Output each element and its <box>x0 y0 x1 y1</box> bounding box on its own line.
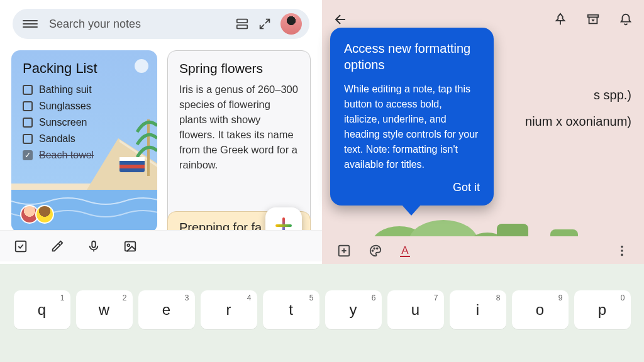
add-content-icon[interactable] <box>337 244 351 258</box>
note-card-packing-list[interactable]: Packing List Bathing suit Sunglasses Sun… <box>11 50 157 233</box>
key-superscript: 4 <box>247 293 252 302</box>
key-p[interactable]: p0 <box>574 290 631 329</box>
note-body: Iris is a genus of 260–300 species of fl… <box>179 82 299 173</box>
palette-icon[interactable] <box>369 244 382 258</box>
svg-point-17 <box>374 248 375 249</box>
onscreen-keyboard: q1w2e3r4t5y6u7i8o9p0 <box>0 264 644 362</box>
key-e[interactable]: e3 <box>138 290 195 329</box>
svg-point-16 <box>372 250 374 251</box>
key-superscript: 3 <box>185 293 189 302</box>
editor-bottom-toolbar: A <box>322 236 644 265</box>
key-t[interactable]: t5 <box>263 290 319 329</box>
tooltip-dismiss-button[interactable]: Got it <box>344 181 480 194</box>
svg-point-18 <box>377 248 378 249</box>
svg-rect-9 <box>119 165 145 168</box>
search-placeholder: Search your notes <box>49 18 226 31</box>
archive-icon[interactable] <box>586 13 600 26</box>
mic-icon[interactable] <box>87 239 101 253</box>
text-format-icon[interactable]: A <box>400 245 410 257</box>
key-superscript: 8 <box>496 293 501 302</box>
image-icon[interactable] <box>123 239 137 253</box>
keyboard-row: q1w2e3r4t5y6u7i8o9p0 <box>0 290 644 329</box>
checkbox-icon[interactable] <box>23 101 33 111</box>
key-superscript: 5 <box>309 293 314 302</box>
note-type-toolbar <box>0 230 322 261</box>
note-status-dot <box>135 59 148 73</box>
svg-rect-11 <box>92 241 96 247</box>
more-icon[interactable] <box>615 244 629 258</box>
key-w[interactable]: w2 <box>76 290 133 329</box>
view-toggle-icon[interactable] <box>235 17 249 31</box>
tooltip-tail <box>401 204 421 216</box>
back-icon[interactable] <box>333 12 348 27</box>
svg-point-20 <box>621 250 623 252</box>
svg-point-19 <box>621 246 623 248</box>
brush-icon[interactable] <box>50 239 64 253</box>
notes-grid: Packing List Bathing suit Sunglasses Sun… <box>11 50 311 233</box>
reminder-icon[interactable] <box>619 13 633 26</box>
key-superscript: 2 <box>123 293 127 302</box>
key-superscript: 0 <box>621 293 625 302</box>
checkbox-icon[interactable] <box>23 85 33 95</box>
collaborators[interactable] <box>20 205 50 224</box>
svg-rect-14 <box>588 15 599 18</box>
key-superscript: 7 <box>434 293 438 302</box>
search-bar[interactable]: Search your notes <box>13 9 309 39</box>
key-i[interactable]: i8 <box>450 290 506 329</box>
svg-rect-8 <box>119 157 145 161</box>
key-superscript: 9 <box>558 293 563 302</box>
note-title: Packing List <box>23 60 146 77</box>
svg-rect-1 <box>237 25 248 29</box>
tooltip-body: While editing a note, tap this button to… <box>344 82 480 172</box>
key-r[interactable]: r4 <box>201 290 257 329</box>
checklist-icon[interactable] <box>14 239 28 253</box>
checklist-item[interactable]: Bathing suit <box>23 84 146 96</box>
menu-icon[interactable] <box>23 16 38 31</box>
pin-icon[interactable] <box>553 13 567 26</box>
svg-rect-0 <box>237 19 248 23</box>
key-y[interactable]: y6 <box>325 290 382 329</box>
collaborator-avatar[interactable] <box>35 205 54 224</box>
key-superscript: 1 <box>60 293 65 302</box>
key-superscript: 6 <box>372 293 376 302</box>
formatting-tooltip: Access new formatting options While edit… <box>330 28 494 206</box>
svg-rect-12 <box>125 241 136 251</box>
svg-point-21 <box>621 254 623 256</box>
note-title: Spring flowers <box>179 61 299 76</box>
checklist-item[interactable]: Sunglasses <box>23 101 146 112</box>
svg-rect-10 <box>16 241 26 251</box>
account-avatar[interactable] <box>280 13 302 35</box>
key-o[interactable]: o9 <box>512 290 569 329</box>
note-card-spring-flowers[interactable]: Spring flowers Iris is a genus of 260–30… <box>167 50 311 233</box>
tooltip-title: Access new formatting options <box>344 40 480 73</box>
expand-icon[interactable] <box>258 17 272 31</box>
key-u[interactable]: u7 <box>387 290 444 329</box>
key-q[interactable]: q1 <box>14 290 70 329</box>
svg-point-13 <box>127 244 130 246</box>
